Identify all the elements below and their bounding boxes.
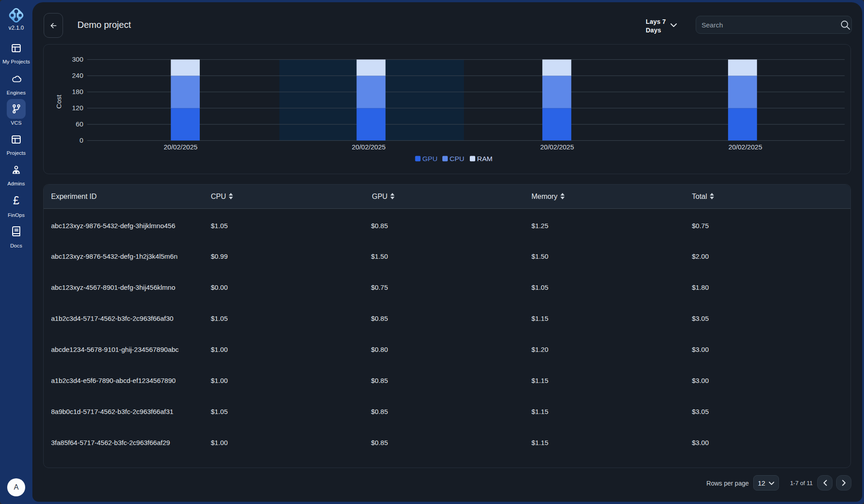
svg-text:RAM: RAM [477, 155, 492, 162]
svg-text:300: 300 [72, 55, 83, 63]
svg-text:GPU: GPU [423, 155, 438, 162]
svg-text:240: 240 [72, 72, 83, 79]
svg-text:20/02/2025: 20/02/2025 [164, 143, 198, 151]
svg-text:20/02/2025: 20/02/2025 [540, 143, 574, 151]
svg-text:180: 180 [72, 88, 83, 95]
svg-text:60: 60 [76, 120, 83, 128]
svg-text:20/02/2025: 20/02/2025 [729, 143, 762, 151]
svg-text:Cost: Cost [55, 94, 63, 109]
svg-text:CPU: CPU [450, 155, 464, 162]
svg-text:120: 120 [72, 104, 83, 112]
svg-text:20/02/2025: 20/02/2025 [352, 143, 386, 151]
svg-text:0: 0 [80, 136, 83, 144]
